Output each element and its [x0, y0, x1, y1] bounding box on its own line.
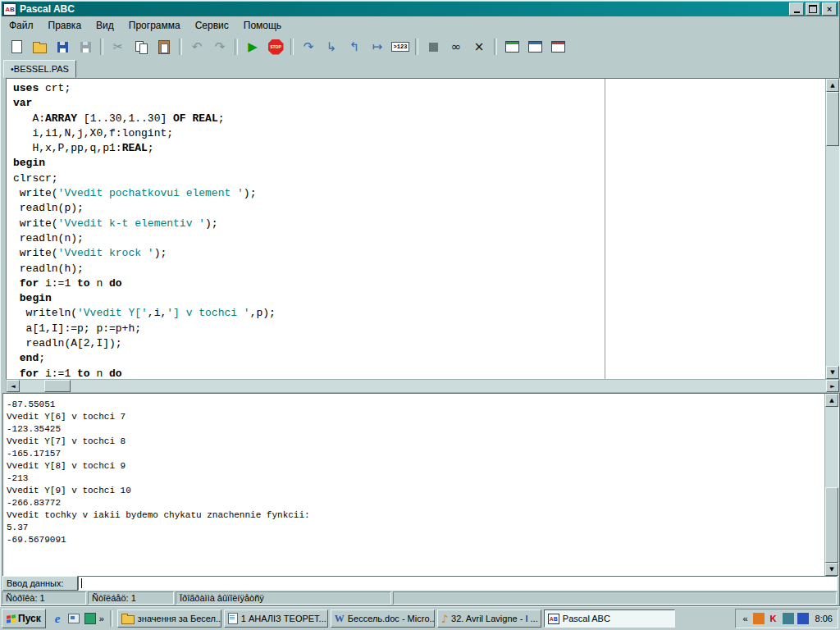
ie-e-glyph: e: [55, 612, 61, 626]
cut-button[interactable]: ✂: [107, 36, 129, 57]
code-line: uses crt;: [13, 81, 605, 96]
output-vertical-scrollbar[interactable]: ▲ ▼: [824, 394, 838, 576]
restore-button[interactable]: [806, 2, 820, 16]
code-line: readln(h);: [13, 262, 605, 276]
output-window-button[interactable]: [501, 36, 523, 57]
code-line: a[1,I]:=p; p:=p+h;: [13, 322, 605, 336]
console-line: Vvedit Y[9] v tochci 10: [7, 485, 821, 497]
menu-item-edit[interactable]: Правка: [41, 18, 89, 33]
code-line: clrscr;: [13, 171, 605, 186]
copy-button[interactable]: [130, 36, 152, 57]
task-button-0[interactable]: значення за Бесел...: [117, 609, 221, 628]
tray-collapse-chevron[interactable]: «: [741, 614, 749, 623]
run-to-cursor-button[interactable]: ↦: [367, 36, 388, 57]
break-button[interactable]: [422, 36, 444, 57]
task-button-2[interactable]: WБессель.doc - Micro...: [331, 609, 435, 628]
step-out-button[interactable]: ↰: [344, 36, 365, 57]
task-button-pascal-abc[interactable]: ABPascal ABC: [544, 609, 675, 628]
window-titlebar-stripe: [552, 42, 564, 44]
clear-icon: ×: [474, 41, 485, 53]
menu-item-program[interactable]: Программа: [121, 18, 188, 33]
output-console[interactable]: -87.55051Vvedit Y[6] v tochci 7-123.3542…: [3, 394, 824, 576]
values-123-icon: >123: [391, 42, 410, 52]
task-buttons: значення за Бесел...1 АНАЛІЗ ТЕОРЕТ...WБ…: [117, 609, 678, 628]
title-bar[interactable]: AB Pascal ABC ×: [2, 2, 838, 16]
editor-horizontal-scrollbar[interactable]: ◄ ►: [6, 379, 840, 393]
cut-icon: ✂: [113, 41, 124, 53]
redo-button[interactable]: ↷: [209, 36, 231, 57]
agent-tray-icon[interactable]: [753, 613, 765, 624]
quick-launch-overflow-chevron[interactable]: »: [98, 614, 106, 623]
clear-button[interactable]: ×: [468, 36, 490, 57]
menu-item-view[interactable]: Вид: [89, 18, 121, 33]
scroll-left-icon[interactable]: ◄: [7, 380, 20, 392]
step-without-entry-button[interactable]: ↷: [298, 36, 319, 57]
save-all-button[interactable]: [75, 36, 96, 57]
run-button[interactable]: ▶: [242, 36, 263, 57]
code-line: begin: [13, 156, 605, 171]
stop-button[interactable]: STOP: [265, 36, 286, 57]
code-line: var: [13, 96, 605, 111]
open-file-icon: [33, 43, 47, 53]
toolbar-separator: [494, 39, 497, 55]
task-button-label: 1 АНАЛІЗ ТЕОРЕТ...: [241, 614, 326, 623]
open-file-button[interactable]: [29, 36, 50, 57]
window-titlebar-stripe: [529, 42, 541, 44]
scroll-right-icon[interactable]: ►: [826, 380, 839, 392]
scroll-down-icon[interactable]: ▼: [826, 366, 839, 379]
debug-window-button[interactable]: [524, 36, 546, 57]
new-file-button[interactable]: [6, 36, 27, 57]
scroll-down-icon[interactable]: ▼: [825, 563, 838, 576]
show-desktop-icon[interactable]: [67, 612, 81, 626]
desktop-screen: AB Pascal ABC × ФайлПравкаВидПрограммаСе…: [0, 0, 840, 630]
undo-icon: ↶: [192, 41, 203, 53]
undo-button[interactable]: ↶: [186, 36, 208, 57]
scroll-up-icon[interactable]: ▲: [826, 79, 839, 92]
update-tray-icon[interactable]: [783, 613, 794, 624]
code-line: write('Vvedit k-t elementiv ');: [13, 217, 605, 231]
status-panel-1: Ñòîëáåö: 1: [88, 591, 174, 605]
console-line: Vvedit Y[7] v tochci 8: [7, 436, 821, 448]
save-file-button[interactable]: [52, 36, 73, 57]
new-file-icon: [11, 40, 22, 53]
menu-item-help[interactable]: Помощь: [236, 18, 289, 33]
task-button-3[interactable]: ♪32. Avril Lavigne - I ...: [437, 609, 541, 628]
antivirus-tray-icon[interactable]: K: [768, 613, 779, 624]
editor-right-pane[interactable]: [605, 79, 825, 379]
output-scroll-thumb[interactable]: [825, 487, 838, 563]
watch-button[interactable]: ∞: [445, 36, 467, 57]
code-line: readln(A[2,I]);: [13, 336, 605, 351]
copy-icon: [135, 41, 148, 53]
folder-icon: [121, 615, 135, 624]
tab-label: BESSEL.PAS: [14, 64, 69, 74]
toolbar-separator: [179, 39, 182, 55]
paste-icon: [158, 40, 170, 54]
editor-hscroll-thumb[interactable]: [44, 380, 71, 392]
console-line: -123.35425: [7, 423, 821, 436]
modules-window-button[interactable]: [547, 36, 568, 57]
window-controls: ×: [789, 2, 837, 16]
scroll-up-icon[interactable]: ▲: [825, 394, 838, 407]
tab-bessel-pas[interactable]: •BESSEL.PAS: [3, 60, 76, 78]
run-icon: ▶: [248, 41, 258, 53]
editor-scroll-thumb[interactable]: [826, 92, 839, 146]
internet-explorer-icon[interactable]: e: [51, 612, 65, 626]
close-button[interactable]: ×: [822, 2, 837, 16]
media-player-icon[interactable]: [84, 612, 98, 626]
code-line: writeln('Vvedit Y[',i,'] v tochci ',p);: [13, 306, 605, 321]
language-indicator-icon[interactable]: [797, 613, 809, 624]
menu-item-file[interactable]: Файл: [2, 18, 41, 33]
redo-icon: ↷: [215, 41, 226, 53]
data-input-field[interactable]: [78, 576, 838, 591]
start-button[interactable]: Пуск: [2, 609, 46, 628]
paste-button[interactable]: [153, 36, 175, 57]
task-button-1[interactable]: 1 АНАЛІЗ ТЕОРЕТ...: [224, 609, 328, 628]
menu-item-service[interactable]: Сервис: [188, 18, 236, 33]
show-values-button[interactable]: >123: [390, 36, 411, 57]
code-editor[interactable]: uses crt;var A:ARRAY [1..30,1..30] OF RE…: [7, 79, 605, 379]
music-icon: ♪: [441, 613, 448, 625]
step-with-entry-button[interactable]: ↳: [321, 36, 342, 57]
editor-vertical-scrollbar[interactable]: ▲ ▼: [825, 79, 839, 379]
minimize-button[interactable]: [789, 2, 804, 16]
debug-window-icon: [528, 41, 542, 52]
